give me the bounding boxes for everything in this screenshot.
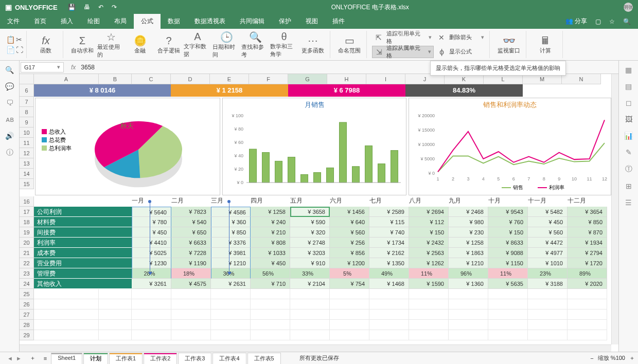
data-cell[interactable]: ¥ 6633 [171, 238, 211, 248]
data-cell[interactable]: ¥ 320 [290, 227, 330, 238]
chat-icon[interactable]: 🗨 [6, 99, 13, 107]
data-cell[interactable]: ¥ 2794 [568, 248, 607, 258]
trace-precedents-button[interactable]: ⇱追踪引用单元格▾ [372, 31, 434, 44]
data-cell[interactable]: 18% [171, 268, 211, 279]
sheet-tab-计划[interactable]: 计划 [83, 353, 108, 364]
data-cell[interactable]: ¥ 740 [369, 227, 409, 238]
favorite-icon[interactable]: ☆ [609, 18, 615, 25]
data-cell[interactable]: ¥ 7228 [171, 248, 211, 258]
paste-icon[interactable]: 📄 [6, 46, 15, 54]
data-cell[interactable]: ¥ 3654 [568, 207, 607, 217]
ribbon-tab-文件[interactable]: 文件 [0, 14, 27, 29]
data-cell[interactable]: ¥ 760 [488, 217, 528, 227]
col-header-A[interactable]: A [34, 74, 99, 84]
data-cell[interactable]: 96% [449, 268, 488, 279]
data-cell[interactable]: ¥ 2563 [409, 248, 449, 258]
ribbon-tab-首页[interactable]: 首页 [27, 14, 54, 29]
data-cell[interactable]: ¥ 560 [528, 227, 568, 238]
data-cell[interactable]: ¥ 2468 [449, 207, 488, 217]
data-cell[interactable]: ¥ 1258 [251, 207, 290, 217]
data-cell[interactable]: ¥ 1150 [488, 258, 528, 268]
share-button[interactable]: 👥 分享 [565, 17, 587, 26]
data-cell[interactable]: ¥ 5482 [528, 207, 568, 217]
insert-function-button[interactable]: fx函数 [32, 31, 60, 58]
data-cell[interactable]: ¥ 1590 [409, 279, 449, 289]
data-cell[interactable]: ¥ 3376 [211, 238, 251, 248]
data-cell[interactable]: ¥ 1350 [369, 258, 409, 268]
col-header-K[interactable]: K [445, 74, 484, 84]
logical-button[interactable]: ?合乎逻辑 [155, 31, 183, 58]
name-box[interactable]: G17▾ [21, 62, 64, 72]
data-cell[interactable]: ¥ 4575 [171, 279, 211, 289]
search-icon[interactable]: 🔍 [623, 18, 631, 25]
copy-icon[interactable]: 📋 [6, 35, 15, 44]
ribbon-tab-共同编辑[interactable]: 共同编辑 [233, 14, 272, 29]
data-cell[interactable]: ¥ 115 [369, 217, 409, 227]
data-cell[interactable]: ¥ 240 [251, 217, 290, 227]
add-sheet-button[interactable]: ＋ [26, 354, 40, 362]
datetime-button[interactable]: 🕒日期和时间 [212, 31, 240, 58]
data-cell[interactable]: ¥ 8633 [488, 238, 528, 248]
zoom-in-icon[interactable]: ＋ [629, 354, 635, 362]
data-cell[interactable]: ¥ 5025 [132, 248, 171, 258]
vertical-scrollbar[interactable] [611, 74, 618, 344]
ribbon-tab-插入[interactable]: 插入 [54, 14, 80, 29]
col-header-E[interactable]: E [210, 74, 249, 84]
ribbon-tab-插件[interactable]: 插件 [325, 14, 352, 29]
data-cell[interactable]: ¥ 856 [330, 248, 369, 258]
data-cell[interactable]: ¥ 1230 [132, 258, 171, 268]
image-settings-icon[interactable]: 🖼 [625, 115, 632, 123]
ribbon-tab-布局[interactable]: 布局 [107, 14, 134, 29]
data-cell[interactable]: ¥ 1262 [409, 258, 449, 268]
zoom-out-icon[interactable]: − [590, 355, 593, 361]
text-settings-icon[interactable]: ✎ [626, 148, 632, 156]
fx-icon[interactable]: fx [68, 64, 79, 71]
data-cell[interactable]: ¥ 2631 [211, 279, 251, 289]
data-cell[interactable]: ¥ 1720 [568, 258, 607, 268]
ribbon-tab-数据[interactable]: 数据 [161, 14, 187, 29]
sheet-tab-工作表3[interactable]: 工作表3 [178, 353, 211, 364]
data-cell[interactable]: ¥ 1033 [251, 248, 290, 258]
data-cell[interactable]: ¥ 9543 [488, 207, 528, 217]
data-cell[interactable]: ¥ 1456 [330, 207, 369, 217]
data-cell[interactable]: ¥ 4472 [528, 238, 568, 248]
more-functions-button[interactable]: ⋯更多函数 [299, 31, 327, 58]
data-cell[interactable]: ¥ 650 [171, 227, 211, 238]
data-cell[interactable]: ¥ 5640 [132, 207, 171, 217]
data-cell[interactable]: ¥ 112 [409, 217, 449, 227]
sheet-tab-工作表1[interactable]: 工作表1 [109, 353, 143, 364]
textart-settings-icon[interactable]: Ⓣ [625, 165, 632, 174]
select-icon[interactable]: ⛶ [16, 46, 23, 54]
col-header-H[interactable]: H [327, 74, 366, 84]
data-cell[interactable]: ¥ 3188 [528, 279, 568, 289]
comments-icon[interactable]: 💬 [5, 82, 14, 90]
feedback-icon[interactable]: 🔊 [5, 132, 14, 140]
about-icon[interactable]: ⓘ [6, 148, 13, 157]
data-cell[interactable]: ¥ 1200 [330, 258, 369, 268]
sheet-next-icon[interactable]: ► [16, 355, 22, 361]
data-cell[interactable]: ¥ 4977 [528, 248, 568, 258]
data-cell[interactable]: ¥ 850 [568, 217, 607, 227]
data-cell[interactable]: ¥ 3261 [132, 279, 171, 289]
print-icon[interactable]: 🖶 [84, 4, 90, 11]
user-avatar[interactable]: 明张 [624, 3, 633, 12]
data-cell[interactable]: ¥ 3658 [290, 207, 330, 217]
col-header-M[interactable]: M [523, 74, 562, 84]
data-cell[interactable]: ¥ 2432 [409, 238, 449, 248]
data-cell[interactable]: 23% [528, 268, 568, 279]
data-cell[interactable]: ¥ 2162 [369, 248, 409, 258]
math-button[interactable]: θ数学和三角学 [270, 31, 298, 58]
chart-settings-icon[interactable]: 📊 [624, 132, 633, 140]
data-cell[interactable]: ¥ 590 [290, 217, 330, 227]
data-cell[interactable]: ¥ 7823 [171, 207, 211, 217]
horizontal-scrollbar[interactable] [20, 344, 611, 352]
sheet-tab-工作表2[interactable]: 工作表2 [144, 353, 177, 364]
bar-chart[interactable]: 月销售 ¥ 100¥ 80¥ 60¥ 40¥ 20¥ 0 [222, 98, 406, 195]
data-cell[interactable]: ¥ 450 [251, 258, 290, 268]
data-cell[interactable]: ¥ 210 [251, 227, 290, 238]
ribbon-tab-公式[interactable]: 公式 [134, 14, 161, 29]
data-cell[interactable]: ¥ 560 [330, 227, 369, 238]
sheet-tab-Sheet1[interactable]: Sheet1 [51, 353, 82, 364]
col-header-C[interactable]: C [132, 74, 171, 84]
data-cell[interactable]: ¥ 2104 [290, 279, 330, 289]
